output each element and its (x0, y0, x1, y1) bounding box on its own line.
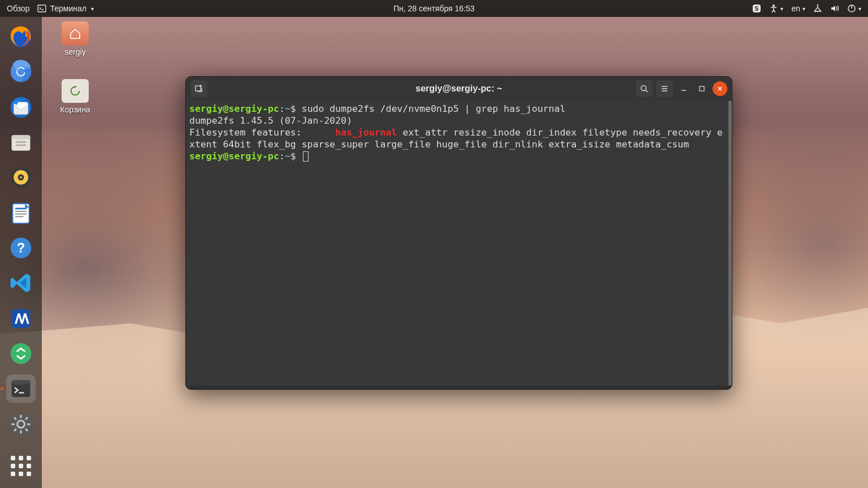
app-menu[interactable]: Терминал ▾ (37, 4, 93, 13)
system-menu[interactable]: ▾ (847, 4, 861, 13)
prompt-sep: : (279, 103, 285, 114)
chevron-down-icon: ▾ (858, 6, 861, 12)
power-icon (847, 4, 856, 13)
terminal-line: dumpe2fs 1.45.5 (07-Jan-2020) (189, 115, 352, 126)
prompt-path: ~ (285, 103, 290, 114)
dock-settings[interactable] (6, 409, 36, 438)
network-icon[interactable] (813, 4, 822, 13)
dock-thunderbird[interactable] (6, 93, 36, 121)
terminal-window: sergiy@sergiy-pc: ~ sergiy@sergiy-pc:~$ … (185, 76, 732, 390)
close-button[interactable] (713, 81, 727, 96)
search-button[interactable] (636, 80, 653, 97)
dock: ? (0, 17, 42, 488)
svg-point-21 (20, 177, 22, 179)
dock-files[interactable] (6, 128, 36, 156)
chevron-down-icon: ▾ (91, 6, 94, 12)
svg-point-37 (641, 86, 646, 91)
dock-libreoffice-writer[interactable] (6, 199, 36, 227)
desktop-icon-home[interactable]: sergiy (50, 21, 101, 56)
svg-rect-27 (15, 216, 24, 217)
hamburger-menu-button[interactable] (656, 80, 673, 97)
skype-indicator-icon[interactable]: S (752, 4, 761, 13)
grep-highlight: has_journal (335, 127, 397, 138)
activities-button[interactable]: Обзор (7, 4, 29, 13)
svg-rect-16 (16, 141, 26, 143)
dock-terminal[interactable] (6, 374, 36, 403)
svg-rect-26 (15, 213, 27, 215)
svg-text:?: ? (17, 240, 25, 255)
prompt-path: ~ (285, 151, 290, 162)
svg-point-6 (817, 11, 819, 12)
accessibility-icon (769, 4, 778, 13)
accessibility-menu[interactable]: ▾ (769, 4, 783, 13)
svg-rect-33 (12, 381, 31, 385)
volume-icon[interactable] (830, 4, 839, 13)
desktop-icon-label: sergiy (50, 47, 101, 56)
window-title: sergiy@sergiy-pc: ~ (416, 84, 502, 94)
terminal-line: Filesystem features: (189, 127, 335, 138)
svg-point-7 (820, 11, 822, 12)
terminal-small-icon (37, 4, 46, 13)
svg-rect-25 (15, 211, 27, 212)
clock[interactable]: Пн, 28 сентября 16:53 (393, 4, 475, 13)
svg-rect-36 (196, 86, 201, 91)
svg-point-4 (817, 5, 819, 6)
prompt-user: sergiy@sergiy-pc (189, 103, 279, 114)
home-folder-icon (68, 27, 82, 40)
terminal-command: sudo dumpe2fs /dev/nvme0n1p5 | grep has_… (302, 103, 566, 114)
app-menu-label: Терминал (50, 4, 86, 13)
minimize-button[interactable] (676, 81, 691, 96)
prompt-sep: : (279, 151, 285, 162)
dock-rhythmbox[interactable] (6, 163, 36, 191)
maximize-button[interactable] (695, 81, 709, 96)
trash-icon (69, 85, 81, 97)
svg-point-5 (814, 11, 816, 12)
dock-firefox[interactable] (6, 23, 36, 51)
terminal-output[interactable]: sergiy@sergiy-pc:~$ sudo dumpe2fs /dev/n… (186, 101, 728, 386)
svg-rect-17 (16, 145, 26, 146)
new-tab-button[interactable] (190, 80, 207, 97)
dock-virtualbox[interactable] (6, 304, 36, 333)
prompt-user: sergiy@sergiy-pc (189, 151, 279, 162)
svg-rect-24 (15, 208, 27, 210)
prompt-dollar: $ (290, 151, 302, 162)
prompt-dollar: $ (290, 103, 302, 114)
dock-help[interactable]: ? (6, 234, 36, 262)
terminal-scrollbar[interactable] (728, 101, 732, 386)
svg-rect-38 (700, 86, 704, 91)
show-applications-button[interactable] (6, 452, 36, 480)
window-titlebar[interactable]: sergiy@sergiy-pc: ~ (186, 77, 732, 101)
dock-chromium[interactable] (6, 58, 36, 86)
dock-vscode[interactable] (6, 269, 36, 297)
top-panel: Обзор Терминал ▾ Пн, 28 сентября 16:53 S… (0, 0, 868, 17)
terminal-cursor (303, 151, 309, 162)
svg-point-31 (11, 343, 32, 364)
dock-remote[interactable] (6, 339, 36, 368)
svg-point-12 (18, 68, 25, 76)
chevron-down-icon: ▾ (780, 6, 783, 12)
keyboard-layout-label: en (791, 4, 800, 13)
desktop-icon-trash[interactable]: Корзина (50, 79, 101, 114)
svg-text:S: S (755, 5, 759, 12)
chevron-down-icon: ▾ (802, 6, 805, 12)
desktop-icon-label: Корзина (50, 105, 101, 114)
svg-rect-15 (12, 135, 31, 139)
svg-rect-0 (38, 5, 46, 12)
svg-point-3 (772, 5, 775, 7)
keyboard-layout-menu[interactable]: en ▾ (791, 4, 805, 13)
